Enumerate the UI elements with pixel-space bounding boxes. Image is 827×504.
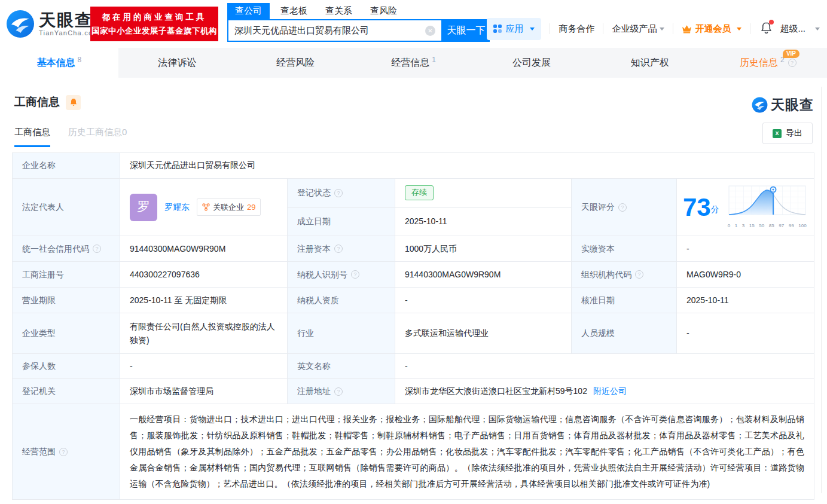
help-icon[interactable] (618, 203, 627, 212)
staff-size-value: - (677, 313, 814, 354)
tab-basic-info[interactable]: 基本信息 8 (0, 48, 118, 78)
tab-count: 1 (432, 56, 436, 64)
table-row: 企业名称 深圳天元优品进出口贸易有限公司 (13, 153, 814, 179)
company-type-value: 有限责任公司(自然人投资或控股的法人独资) (120, 313, 288, 354)
tab-business-info[interactable]: 经营信息 1 (355, 48, 473, 78)
notifications-bell[interactable] (760, 22, 773, 36)
subtab-business-registration[interactable]: 工商信息 (14, 127, 50, 147)
help-icon[interactable] (334, 189, 343, 197)
english-name-value: - (395, 354, 814, 379)
watermark-text: 天眼查 (771, 96, 814, 114)
score-unit: 分 (711, 204, 719, 214)
credit-code-label: 统一社会信用代码 (22, 242, 110, 256)
term-value: 2025-10-11 至 无固定期限 (120, 288, 288, 313)
staff-size-label: 人员规模 (572, 313, 677, 354)
tianyancha-company-page: 天眼查 TianYanCha.com 都在用的商业查询工具 国家中小企业发展子基… (0, 0, 827, 504)
table-row: 登记机关 深圳市市场监督管理局 注册地址 深圳市龙华区大浪街道浪口社区宝龙新村5… (13, 379, 814, 404)
table-row: 统一社会信用代码 91440300MAG0W9R90M 注册资本 1000万人民… (13, 236, 814, 262)
english-name-label: 英文名称 (288, 354, 395, 379)
help-icon[interactable] (334, 245, 343, 253)
company-nav-tabs: 基本信息 8 法律诉讼 经营风险 经营信息 1 公司发展 知识产权 历史信息 2… (0, 48, 827, 78)
company-name-value: 深圳天元优品进出口贸易有限公司 (120, 153, 814, 179)
divider (603, 23, 603, 34)
tab-label: 公司发展 (512, 57, 551, 69)
reg-authority-value: 深圳市市场监督管理局 (120, 379, 288, 404)
table-row: 法定代表人 罗 罗耀东 关联企业 29 (13, 179, 814, 208)
clear-search-icon[interactable] (425, 26, 435, 36)
notification-dot (769, 20, 774, 25)
status-badge: 存续 (405, 185, 434, 200)
scrollbar[interactable] (821, 87, 822, 493)
avatar[interactable]: 罗 (130, 194, 157, 221)
table-row: 营业期限 2025-10-11 至 无固定期限 纳税人资质 - 核准日期 202… (13, 288, 814, 313)
help-icon[interactable] (351, 270, 359, 279)
chevron-down-icon (530, 28, 535, 30)
watermark-logo: 天眼查 (752, 96, 814, 114)
promo-banner: 都在用的商业查询工具 国家中小企业发展子基金旗下机构 (90, 7, 218, 41)
reg-status-label: 登记状态 (297, 186, 385, 200)
search-tab-company[interactable]: 查公司 (227, 3, 270, 19)
legal-rep-link[interactable]: 罗耀东 (164, 200, 190, 214)
site-logo[interactable]: 天眼查 TianYanCha.com (6, 10, 99, 38)
help-icon[interactable] (788, 59, 797, 67)
score-distribution-chart: 0131550859799100 (728, 185, 807, 230)
excel-icon (773, 129, 782, 138)
menu-enterprise-products[interactable]: 企业级产品 (612, 23, 664, 35)
insured-value: - (120, 354, 288, 379)
search-input[interactable] (234, 26, 425, 36)
account-menu[interactable]: 超级... (780, 23, 805, 35)
company-name-label: 企业名称 (13, 153, 120, 179)
table-row: 参保人数 - 英文名称 - (13, 354, 814, 379)
org-code-label: 组织机构代码 (581, 268, 667, 282)
chevron-down-icon[interactable] (815, 28, 820, 30)
search-tab-relation[interactable]: 查关系 (325, 3, 352, 19)
business-registration-table: 企业名称 深圳天元优品进出口贸易有限公司 法定代表人 罗 罗耀东 (12, 152, 814, 500)
menu-enterprise-label: 企业级产品 (612, 23, 657, 35)
subtab-history-registration[interactable]: 历史工商信息0 (68, 127, 127, 147)
help-icon[interactable] (334, 387, 343, 396)
subscribe-bell-button[interactable] (66, 95, 81, 110)
score-value: 73分 (683, 195, 719, 220)
term-label: 营业期限 (13, 288, 120, 313)
help-icon[interactable] (635, 270, 643, 279)
export-label: 导出 (786, 128, 802, 139)
tab-intellectual-property[interactable]: 知识产权 (591, 48, 709, 78)
business-scope-label: 经营范围 (22, 445, 110, 459)
tab-label: 经营风险 (276, 57, 315, 69)
section-title: 工商信息 (14, 94, 60, 110)
bell-icon (69, 98, 78, 106)
help-icon[interactable] (59, 448, 68, 456)
open-vip-label: 开通会员 (695, 23, 731, 35)
tab-count: 8 (77, 56, 81, 64)
score-label: 天眼评分 (581, 200, 667, 214)
related-companies-badge[interactable]: 关联企业 29 (197, 198, 261, 216)
apps-menu[interactable]: 应用 (487, 18, 541, 40)
tab-company-development[interactable]: 公司发展 (472, 48, 591, 78)
help-icon[interactable] (93, 245, 101, 253)
chevron-down-icon (660, 28, 664, 30)
divider (550, 23, 550, 34)
address-value: 深圳市龙华区大浪街道浪口社区宝龙新村59号102 (405, 386, 587, 396)
taxpayer-qual-label: 纳税人资质 (288, 288, 395, 313)
search-button[interactable]: 天眼一下 (443, 19, 490, 42)
tab-legal-proceedings[interactable]: 法律诉讼 (118, 48, 237, 78)
table-row: 工商注册号 440300227097636 纳税人识别号 91440300MAG… (13, 262, 814, 288)
chevron-down-icon (737, 28, 741, 30)
tab-history-info[interactable]: 历史信息 2 VIP (709, 48, 827, 78)
reg-capital-value: 1000万人民币 (395, 236, 572, 262)
search-tab-risk[interactable]: 查风险 (370, 3, 397, 19)
nearby-companies-link[interactable]: 附近公司 (593, 386, 627, 396)
industry-label: 行业 (288, 313, 395, 354)
credit-code-value: 91440300MAG0W9R90M (120, 236, 288, 262)
establish-date-label: 成立日期 (288, 207, 395, 236)
export-button[interactable]: 导出 (762, 123, 813, 144)
network-icon (202, 203, 210, 211)
divider (673, 23, 673, 34)
taxpayer-qual-value: - (395, 288, 572, 313)
search-tab-boss[interactable]: 查老板 (280, 3, 307, 19)
taxpayer-id-value: 91440300MAG0W9R90M (395, 262, 572, 288)
tab-operation-risk[interactable]: 经营风险 (236, 48, 355, 78)
menu-cooperation[interactable]: 商务合作 (559, 23, 594, 35)
open-vip-button[interactable]: 开通会员 (682, 23, 741, 35)
approval-date-label: 核准日期 (572, 288, 677, 313)
